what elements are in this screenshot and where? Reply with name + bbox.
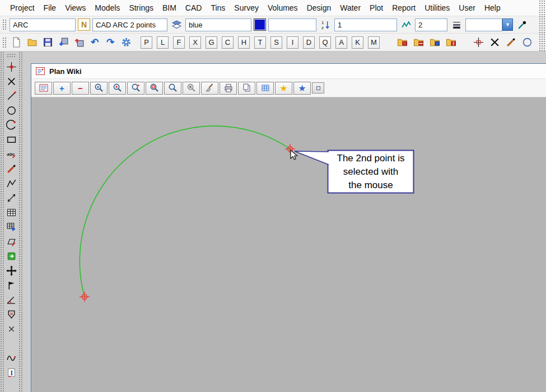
curve-button[interactable]	[4, 351, 18, 365]
edit-pencil-button[interactable]	[4, 161, 18, 176]
shield-delete-button[interactable]	[4, 307, 18, 321]
create-text-button[interactable]: abc	[4, 147, 18, 161]
toolbar-drag-handle[interactable]	[7, 53, 16, 58]
create-point-button[interactable]	[4, 59, 18, 74]
sort-button[interactable]: 1z	[319, 18, 332, 31]
small-delete-button[interactable]	[4, 321, 18, 336]
delete-button[interactable]	[4, 74, 18, 88]
plan-canvas[interactable]: The 2nd point is selected with the mouse	[31, 97, 546, 392]
select-combo-input[interactable]	[465, 18, 502, 31]
text-style-button[interactable]: I	[4, 365, 18, 380]
table-button[interactable]	[4, 205, 18, 220]
mini-window-button[interactable]	[312, 82, 324, 94]
colour-input[interactable]	[185, 18, 251, 31]
favourite-yellow-button[interactable]: ★	[275, 82, 292, 95]
model-folder-button-1[interactable]	[396, 36, 409, 49]
create-line-button[interactable]	[4, 88, 18, 103]
function-key-button[interactable]: D	[303, 36, 315, 49]
save-button[interactable]	[41, 36, 54, 49]
magnify-button[interactable]	[164, 82, 181, 95]
circle-tool-button[interactable]	[520, 36, 534, 49]
model-layers-button[interactable]	[170, 18, 183, 31]
plan-window-titlebar[interactable]: Plan Wiki	[31, 64, 546, 79]
menu-report[interactable]: Report	[388, 3, 420, 12]
menu-plot[interactable]: Plot	[365, 3, 388, 12]
zigzag-profile-button[interactable]	[399, 18, 413, 31]
function-key-button[interactable]: L	[157, 36, 169, 49]
slope-button[interactable]	[4, 292, 18, 307]
zoom-window-button[interactable]: +	[90, 82, 108, 95]
edit-shape-button[interactable]	[4, 234, 18, 249]
model-folder-button-2[interactable]	[412, 36, 426, 49]
menu-survey[interactable]: Survey	[230, 3, 263, 12]
zoom-previous-button[interactable]	[146, 82, 163, 95]
menu-cad[interactable]: CAD	[181, 3, 207, 12]
table-select-button[interactable]	[4, 220, 18, 234]
open-button[interactable]	[25, 36, 39, 49]
linestyle-input[interactable]	[415, 18, 447, 31]
combo-dropdown-button[interactable]: ▼	[502, 18, 513, 31]
menu-volumes[interactable]: Volumes	[263, 3, 302, 12]
command-input[interactable]	[10, 18, 76, 31]
paste-button[interactable]	[4, 249, 18, 263]
crosshair-button[interactable]	[472, 36, 485, 49]
menu-bim[interactable]: BIM	[158, 3, 181, 12]
eyedropper-button[interactable]	[515, 18, 529, 31]
zoom-cancel-button[interactable]	[183, 82, 200, 95]
toolbar-drag-handle[interactable]	[2, 19, 6, 30]
model-folder-button-4[interactable]	[445, 36, 458, 49]
import-button[interactable]	[57, 36, 70, 49]
toolbar-drag-handle[interactable]	[2, 37, 6, 48]
right-dock-handle[interactable]	[539, 0, 546, 52]
zoom-in-button[interactable]: +	[53, 82, 71, 95]
menu-user[interactable]: User	[454, 3, 480, 12]
function-key-button[interactable]: P	[141, 36, 152, 49]
zoom-pick-button[interactable]	[109, 82, 126, 95]
menu-design[interactable]: Design	[302, 3, 336, 12]
function-key-button[interactable]: S	[270, 36, 282, 49]
plan-view-button[interactable]	[35, 82, 52, 95]
menu-file[interactable]: File	[39, 3, 61, 12]
undo-button[interactable]: ↶	[88, 36, 101, 49]
function-key-button[interactable]: G	[206, 36, 217, 49]
menu-water[interactable]: Water	[335, 3, 365, 12]
function-key-button[interactable]: I	[287, 36, 298, 49]
flag-button[interactable]	[4, 278, 18, 292]
redo-button[interactable]: ↷	[104, 36, 117, 49]
function-key-button[interactable]: F	[173, 36, 185, 49]
menu-help[interactable]: Help	[480, 3, 505, 12]
function-key-button[interactable]: X	[189, 36, 201, 49]
function-key-button[interactable]: Q	[319, 36, 331, 49]
menu-utilities[interactable]: Utilities	[420, 3, 454, 12]
create-rectangle-button[interactable]	[4, 132, 18, 147]
delete-x-button[interactable]	[488, 36, 501, 49]
weight-input[interactable]	[334, 18, 397, 31]
menu-project[interactable]: Project	[6, 3, 39, 12]
menu-models[interactable]: Models	[90, 3, 124, 12]
menu-strings[interactable]: Strings	[124, 3, 158, 12]
new-button[interactable]	[10, 36, 23, 49]
export-button[interactable]	[72, 36, 86, 49]
polyline-button[interactable]	[4, 176, 18, 190]
function-key-button[interactable]: M	[368, 36, 380, 49]
function-key-button[interactable]: T	[254, 36, 266, 49]
function-key-button[interactable]: C	[222, 36, 234, 49]
print-button[interactable]	[220, 82, 237, 95]
zoom-out-button[interactable]: −	[72, 82, 89, 95]
zoom-extent-button[interactable]: +	[127, 82, 144, 95]
copy-button[interactable]	[238, 82, 255, 95]
function-key-button[interactable]: H	[238, 36, 250, 49]
function-key-button[interactable]: K	[352, 36, 363, 49]
create-circle-button[interactable]	[4, 103, 18, 118]
grid-button[interactable]	[256, 82, 274, 95]
menu-tins[interactable]: Tins	[206, 3, 230, 12]
function-key-button[interactable]: A	[335, 36, 347, 49]
favourite-blue-button[interactable]: ★	[293, 82, 311, 95]
line-weight-button[interactable]	[450, 18, 463, 31]
name-toggle-button[interactable]: N	[78, 18, 90, 31]
cad-mode-input[interactable]	[92, 18, 167, 31]
move-button[interactable]	[4, 263, 18, 278]
model-folder-button-3[interactable]	[428, 36, 442, 49]
tin-input[interactable]	[268, 18, 316, 31]
colour-swatch-button[interactable]	[254, 18, 266, 31]
